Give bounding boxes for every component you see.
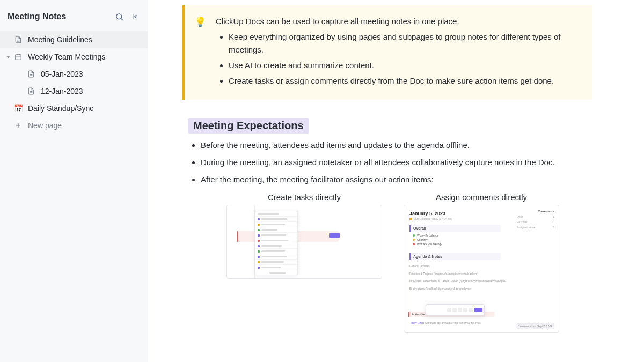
search-icon[interactable] [115, 12, 124, 21]
collapse-sidebar-icon[interactable] [131, 12, 140, 21]
callout-tip: 💡 ClickUp Docs can be used to capture al… [182, 5, 592, 100]
callout-bullet: Keep everything organized by using pages… [229, 31, 577, 56]
image-caption-create-tasks: Create tasks directly [268, 193, 341, 202]
sidebar-header: Meeting Notes [0, 0, 148, 31]
image-caption-assign-comments: Assign comments directly [436, 193, 527, 202]
screenshot-create-tasks [226, 205, 382, 279]
calendar-emoji-icon: 📅 [14, 104, 23, 113]
lock-icon [409, 218, 412, 220]
sidebar-title: Meeting Notes [8, 12, 66, 21]
svg-marker-5 [6, 56, 10, 58]
main-content: 💡 ClickUp Docs can be used to capture al… [148, 0, 644, 362]
doc-icon [27, 70, 35, 78]
svg-rect-6 [16, 55, 21, 60]
doc-icon [14, 35, 23, 44]
lightbulb-icon: 💡 [194, 16, 206, 90]
nav-item-meeting-guidelines[interactable]: Meeting Guidelines [0, 31, 148, 48]
comment-toolbar [426, 304, 485, 316]
nav-item-daily-standup[interactable]: 📅 Daily Standup/Sync [0, 100, 148, 117]
sidebar: Meeting Notes Meeting Guidelines Weekly … [0, 0, 148, 362]
expectation-item: After the meeting, the meeting facilitat… [201, 173, 592, 186]
nav-item-weekly-team-meetings[interactable]: Weekly Team Meetings [0, 48, 148, 65]
chevron-down-icon[interactable] [5, 55, 11, 60]
nav-item-05-jan-2023[interactable]: 05-Jan-2023 [0, 65, 148, 83]
new-page-label: New page [28, 121, 62, 130]
sidebar-nav: Meeting Guidelines Weekly Team Meetings … [0, 31, 148, 134]
screenshot-assign-comments: January 5, 2023 Last Updated: Today at 4… [404, 205, 559, 333]
nav-label: 12-Jan-2023 [41, 87, 83, 95]
callout-bullet: Create tasks or assign comments directly… [229, 75, 577, 87]
nav-item-12-jan-2023[interactable]: 12-Jan-2023 [0, 83, 148, 100]
expectation-item: During the meeting, an assigned notetake… [201, 156, 592, 169]
svg-point-0 [116, 13, 122, 19]
calendar-icon [14, 53, 23, 61]
expectations-list: Before the meeting, attendees add items … [182, 139, 592, 186]
nav-label: Daily Standup/Sync [28, 104, 93, 113]
nav-label: 05-Jan-2023 [41, 70, 83, 78]
plus-icon [14, 121, 23, 130]
nav-label: Weekly Team Meetings [28, 53, 105, 61]
callout-bullet: Use AI to create and summarize content. [229, 59, 577, 71]
example-images-row: Create tasks directly [182, 193, 592, 333]
svg-line-1 [121, 18, 123, 20]
section-heading-meeting-expectations: Meeting Expectations [188, 118, 309, 134]
nav-label: Meeting Guidelines [28, 35, 92, 44]
callout-lead: ClickUp Docs can be used to capture all … [216, 15, 577, 27]
new-page-button[interactable]: New page [0, 117, 148, 134]
doc-icon [27, 87, 35, 95]
expectation-item: Before the meeting, attendees add items … [201, 139, 592, 152]
